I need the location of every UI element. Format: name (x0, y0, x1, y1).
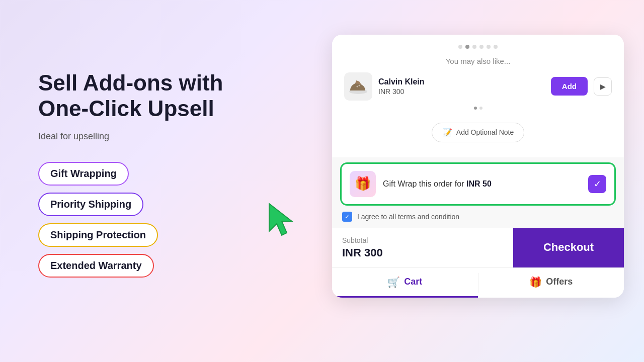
dot-1 (458, 45, 462, 49)
also-like-title: You may also like... (344, 57, 612, 65)
carousel-dots-top (344, 45, 612, 49)
tag-list: Gift Wrapping Priority Shipping Shipping… (38, 162, 252, 278)
cursor-arrow (267, 201, 297, 236)
gift-wrap-text: Gift Wrap this order for INR 50 (383, 179, 581, 189)
gift-wrap-icon: 🎁 (350, 171, 376, 197)
subtotal-label: Subtotal (342, 236, 503, 244)
svg-point-2 (357, 85, 358, 87)
dot-4 (479, 45, 484, 49)
tag-warranty-label: Extended Warranty (50, 260, 142, 272)
dot-6 (494, 45, 498, 49)
note-btn-label: Add Optional Note (456, 128, 514, 136)
tag-priority-shipping[interactable]: Priority Shipping (38, 193, 143, 216)
terms-checkbox[interactable]: ✓ (342, 212, 352, 222)
subtotal-section: Subtotal INR 300 (332, 228, 513, 267)
offers-icon: 🎁 (529, 276, 542, 288)
tag-shipping-label: Shipping Protection (50, 229, 146, 241)
checkout-row: Subtotal INR 300 Checkout (332, 228, 624, 267)
product-price: INR 300 (378, 87, 545, 96)
cart-icon: 🛒 (387, 276, 400, 288)
page-headline: Sell Add-ons with One-Click Upsell (38, 70, 252, 121)
product-row: Calvin Klein INR 300 Add ▶ (344, 72, 612, 101)
svg-point-3 (359, 84, 360, 86)
add-note-button[interactable]: 📝 Add Optional Note (432, 123, 524, 142)
tag-shipping-protection[interactable]: Shipping Protection (38, 223, 158, 247)
dot-3 (472, 45, 476, 49)
right-panel: You may also like... Calvin Klein INR 30… (312, 0, 644, 362)
terms-row: ✓ I agree to all terms and condition (332, 206, 624, 228)
tag-gift-label: Gift Wrapping (50, 168, 117, 179)
page-subtitle: Ideal for upselling (38, 131, 252, 142)
left-panel: Sell Add-ons with One-Click Upsell Ideal… (0, 0, 282, 362)
phone-card: You may also like... Calvin Klein INR 30… (332, 35, 624, 298)
gift-wrap-card[interactable]: 🎁 Gift Wrap this order for INR 50 ✓ (340, 162, 616, 206)
product-chevron-button[interactable]: ▶ (594, 77, 612, 96)
dot-s-1 (474, 107, 477, 110)
nav-offers-label: Offers (546, 277, 573, 287)
dot-5 (487, 45, 491, 49)
gift-wrap-checkbox[interactable]: ✓ (588, 175, 606, 193)
note-icon: 📝 (442, 128, 452, 137)
nav-cart-label: Cart (404, 277, 422, 287)
subtotal-amount: INR 300 (342, 246, 503, 259)
svg-marker-0 (269, 204, 292, 235)
carousel-dots-small (344, 107, 612, 110)
also-like-section: You may also like... Calvin Klein INR 30… (332, 35, 624, 123)
terms-text: I agree to all terms and condition (357, 213, 459, 221)
tag-gift-wrapping[interactable]: Gift Wrapping (38, 162, 129, 186)
bottom-nav: 🛒 Cart 🎁 Offers (332, 267, 624, 298)
dot-s-2 (479, 107, 482, 110)
nav-cart[interactable]: 🛒 Cart (332, 268, 478, 298)
dot-2 (465, 45, 469, 49)
product-image (344, 72, 372, 101)
nav-offers[interactable]: 🎁 Offers (478, 268, 624, 298)
tag-priority-label: Priority Shipping (50, 199, 131, 210)
tag-extended-warranty[interactable]: Extended Warranty (38, 254, 154, 278)
product-info: Calvin Klein INR 300 (378, 77, 545, 96)
product-name: Calvin Klein (378, 77, 545, 86)
add-product-button[interactable]: Add (551, 77, 588, 96)
checkout-button[interactable]: Checkout (513, 228, 624, 267)
